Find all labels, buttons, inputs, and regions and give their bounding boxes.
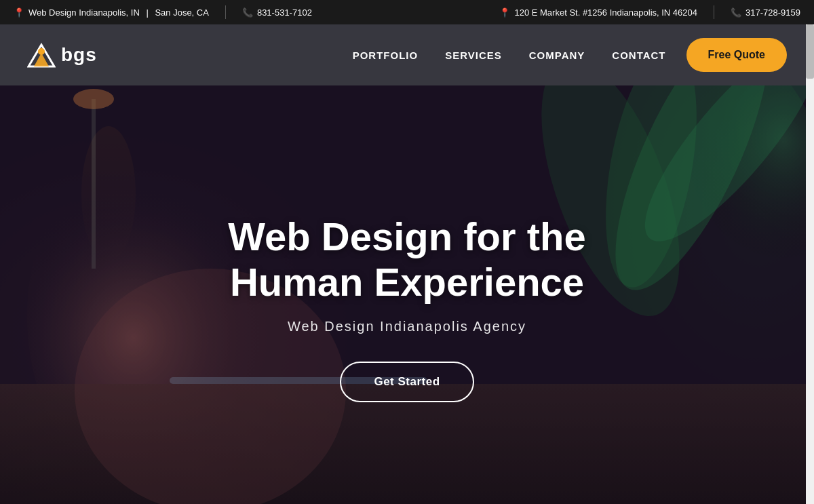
location-divider: | bbox=[144, 7, 151, 18]
scrollbar[interactable] bbox=[806, 24, 814, 504]
top-bar: 📍 Web Design Indianapolis, IN | San Jose… bbox=[0, 0, 814, 24]
location-icon-2: 📍 bbox=[499, 7, 510, 18]
nav-services[interactable]: SERVICES bbox=[445, 50, 502, 61]
free-quote-button[interactable]: Free Quote bbox=[686, 38, 787, 72]
hero-heading-line2: Human Experience bbox=[230, 260, 584, 304]
hero-heading: Web Design for the Human Experience bbox=[228, 214, 585, 305]
location-1-city: San Jose, CA bbox=[155, 7, 209, 18]
logo-icon bbox=[27, 41, 56, 69]
navbar: bgs PORTFOLIO SERVICES COMPANY CONTACT F… bbox=[0, 24, 814, 85]
nav-links: PORTFOLIO SERVICES COMPANY CONTACT bbox=[353, 50, 666, 61]
location-1: 📍 Web Design Indianapolis, IN | San Jose… bbox=[14, 7, 209, 18]
hero-subheading: Web Design Indianapolis Agency bbox=[228, 319, 585, 334]
hero-section: Web Design for the Human Experience Web … bbox=[0, 85, 814, 504]
nav-company[interactable]: COMPANY bbox=[529, 50, 585, 61]
top-bar-divider-1 bbox=[225, 5, 226, 19]
location-1-text: Web Design Indianapolis, IN bbox=[28, 7, 140, 18]
hero-heading-line1: Web Design for the bbox=[228, 214, 585, 258]
top-bar-divider-2 bbox=[714, 5, 714, 19]
logo-text: bgs bbox=[61, 44, 97, 66]
hero-content: Web Design for the Human Experience Web … bbox=[228, 214, 585, 402]
location-2: 📍 120 E Market St. #1256 Indianapolis, I… bbox=[499, 7, 697, 18]
logo[interactable]: bgs bbox=[27, 41, 97, 69]
get-started-button[interactable]: Get Started bbox=[340, 362, 473, 402]
top-bar-right: 📍 120 E Market St. #1256 Indianapolis, I… bbox=[499, 5, 800, 19]
svg-rect-10 bbox=[92, 99, 96, 269]
nav-portfolio[interactable]: PORTFOLIO bbox=[353, 50, 419, 61]
phone-1-number: 831-531-7102 bbox=[257, 7, 312, 18]
phone-icon-2: 📞 bbox=[731, 7, 741, 18]
svg-point-2 bbox=[38, 48, 45, 55]
phone-icon-1: 📞 bbox=[242, 7, 253, 18]
svg-point-11 bbox=[73, 89, 114, 109]
top-bar-left: 📍 Web Design Indianapolis, IN | San Jose… bbox=[14, 5, 499, 19]
nav-contact[interactable]: CONTACT bbox=[612, 50, 665, 61]
location-icon-1: 📍 bbox=[14, 7, 24, 18]
phone-2[interactable]: 📞 317-728-9159 bbox=[731, 7, 800, 18]
phone-1[interactable]: 📞 831-531-7102 bbox=[242, 7, 312, 18]
location-2-text: 120 E Market St. #1256 Indianapolis, IN … bbox=[514, 7, 697, 18]
scroll-thumb[interactable] bbox=[806, 24, 814, 79]
phone-2-number: 317-728-9159 bbox=[745, 7, 800, 18]
